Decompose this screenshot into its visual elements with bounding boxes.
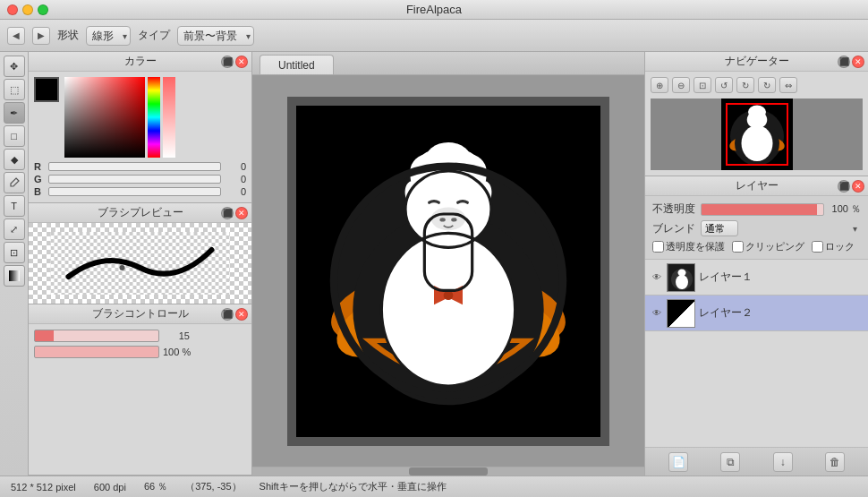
- clipping-input[interactable]: [732, 241, 744, 253]
- navigator-header: ナビゲーター ⬛ ✕: [645, 52, 868, 72]
- color-swatch-main[interactable]: [34, 77, 59, 102]
- brush-control-title: ブラシコントロール: [92, 306, 189, 321]
- brush-control-close-btn[interactable]: ✕: [235, 308, 248, 321]
- nav-zoom-out-btn[interactable]: ⊖: [672, 77, 690, 93]
- blend-label: ブレンド: [652, 221, 695, 236]
- brush-opacity-slider[interactable]: [34, 346, 159, 358]
- nav-flip-btn[interactable]: ⇔: [779, 77, 797, 93]
- navigator-preview[interactable]: [651, 99, 863, 170]
- shape-select-wrapper[interactable]: 線形: [86, 26, 131, 46]
- left-toolbar: ✥ ⬚ ✒ □ ◆ T ⤢ ⊡: [0, 52, 29, 476]
- opacity-slider[interactable]: [701, 203, 824, 216]
- nav-rotate-cw-btn[interactable]: ↻: [758, 77, 776, 93]
- hue-bar[interactable]: [148, 77, 160, 158]
- r-slider[interactable]: [48, 162, 221, 171]
- b-slider[interactable]: [48, 187, 221, 196]
- nav-fit-btn[interactable]: ⊡: [694, 77, 711, 93]
- navigator-viewport-indicator: [726, 103, 788, 166]
- brush-preview-header: ブラシプレビュー ⬛ ✕: [29, 203, 251, 223]
- protect-transparency-input[interactable]: [652, 241, 664, 253]
- opacity-value: 100 ％: [830, 202, 861, 216]
- brush-preview-save-btn[interactable]: ⬛: [221, 207, 234, 219]
- svg-point-6: [120, 265, 125, 270]
- main-toolbar: ◀ ▶ 形状 線形 タイプ 前景〜背景: [0, 20, 868, 52]
- brush-size-slider[interactable]: [34, 330, 159, 342]
- blend-select-wrapper[interactable]: 通常: [701, 220, 861, 236]
- color-gradient-area: [64, 77, 246, 158]
- layers-close-btn[interactable]: ✕: [852, 180, 864, 193]
- color-gradient-dark: [64, 77, 145, 158]
- type-label: タイプ: [138, 28, 170, 43]
- layer-1-visibility-toggle[interactable]: 👁: [651, 271, 663, 284]
- canvas-inner[interactable]: [296, 106, 600, 437]
- lock-checkbox[interactable]: ロック: [812, 240, 855, 253]
- tool-fill[interactable]: ◆: [4, 149, 25, 170]
- layer-2-visibility-toggle[interactable]: 👁: [651, 307, 663, 320]
- collapse-left-button[interactable]: ◀: [7, 27, 25, 45]
- g-value: 0: [225, 174, 246, 184]
- brush-preview-title: ブラシプレビュー: [98, 205, 183, 220]
- color-panel-save-btn[interactable]: ⬛: [221, 56, 234, 68]
- canvas-area: Untitled: [252, 52, 644, 476]
- canvas-frame: [287, 97, 609, 446]
- canvas-tab-bar: Untitled: [252, 52, 644, 75]
- tool-select[interactable]: ⬚: [4, 79, 25, 100]
- tool-gradient[interactable]: [4, 265, 25, 287]
- canvas-viewport[interactable]: [252, 75, 644, 467]
- tool-transform[interactable]: ⤢: [4, 219, 25, 240]
- nav-refresh-btn[interactable]: ↻: [736, 77, 754, 93]
- layer-footer: 📄 ⧉ ↓ 🗑: [645, 447, 868, 476]
- status-dimensions: 512 * 512 pixel: [11, 482, 76, 493]
- navigator-save-btn[interactable]: ⬛: [838, 56, 850, 68]
- brush-control-save-btn[interactable]: ⬛: [221, 308, 234, 321]
- opacity-label: 不透明度: [652, 201, 695, 217]
- tool-crop[interactable]: ⊡: [4, 242, 25, 263]
- brush-control-content: 15 100 %: [29, 324, 251, 364]
- tool-pen[interactable]: ✒: [4, 102, 25, 124]
- duplicate-layer-btn[interactable]: ⧉: [720, 452, 740, 472]
- shape-select[interactable]: 線形: [86, 26, 131, 46]
- close-button[interactable]: [7, 4, 18, 15]
- blend-mode-select[interactable]: 通常: [701, 220, 738, 236]
- layer-checkboxes: 透明度を保護 クリッピング ロック: [652, 240, 861, 253]
- nav-rotate-ccw-btn[interactable]: ↺: [715, 77, 733, 93]
- canvas-scrollbar-horizontal[interactable]: [252, 467, 644, 476]
- type-select-wrapper[interactable]: 前景〜背景: [177, 26, 254, 46]
- brush-preview-close-btn[interactable]: ✕: [235, 207, 248, 219]
- layers-section: レイヤー ⬛ ✕ 不透明度 100 ％ ブレンド 通常: [645, 176, 868, 476]
- tool-eraser[interactable]: □: [4, 125, 25, 147]
- maximize-button[interactable]: [38, 4, 48, 15]
- color-swatch-area: [34, 77, 59, 102]
- color-gradient-picker[interactable]: [64, 77, 145, 158]
- b-value: 0: [225, 186, 246, 197]
- layers-icons: ⬛ ✕: [838, 180, 864, 193]
- clipping-checkbox[interactable]: クリッピング: [732, 240, 804, 253]
- nav-zoom-in-btn[interactable]: ⊕: [651, 77, 668, 93]
- rgb-b-row: B 0: [34, 186, 246, 197]
- add-layer-btn[interactable]: 📄: [668, 452, 688, 472]
- layer-item-2[interactable]: 👁 レイヤー２: [645, 296, 868, 331]
- tool-eyedropper[interactable]: [4, 172, 25, 193]
- opacity-bar[interactable]: [163, 77, 175, 158]
- layers-save-btn[interactable]: ⬛: [838, 180, 850, 193]
- type-select[interactable]: 前景〜背景: [177, 26, 254, 46]
- tool-move[interactable]: ✥: [4, 56, 25, 77]
- minimize-button[interactable]: [22, 4, 33, 15]
- layer-item-1[interactable]: 👁 レイヤー１: [645, 260, 868, 296]
- canvas-scrollbar-thumb[interactable]: [409, 467, 488, 476]
- merge-layer-btn[interactable]: ↓: [773, 452, 793, 472]
- canvas-tab-label: Untitled: [278, 59, 315, 72]
- canvas-tab-untitled[interactable]: Untitled: [260, 55, 334, 74]
- color-panel-header: カラー ⬛ ✕: [29, 52, 251, 72]
- lock-input[interactable]: [812, 241, 823, 253]
- status-dpi: 600 dpi: [94, 482, 126, 493]
- tool-text[interactable]: T: [4, 195, 25, 217]
- color-panel-icons: ⬛ ✕: [221, 56, 248, 68]
- status-hint: Shiftキーを押しながらで水平・垂直に操作: [260, 480, 447, 493]
- delete-layer-btn[interactable]: 🗑: [825, 452, 845, 472]
- g-slider[interactable]: [48, 175, 221, 184]
- navigator-close-btn[interactable]: ✕: [852, 56, 864, 68]
- collapse-right-button[interactable]: ▶: [32, 27, 50, 45]
- color-panel-close-btn[interactable]: ✕: [235, 56, 248, 68]
- protect-transparency-checkbox[interactable]: 透明度を保護: [652, 240, 725, 253]
